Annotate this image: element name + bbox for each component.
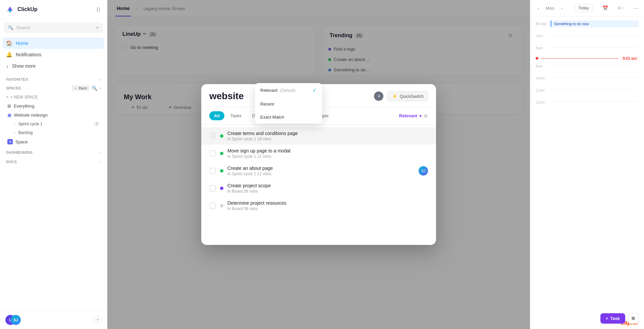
logo-area[interactable]: ClickUp xyxy=(5,5,38,14)
result-item-4[interactable]: Create project scope In Board 58 mins xyxy=(201,180,436,197)
sort-relevant-label: Relevant (Default) xyxy=(260,88,296,93)
cal-next-button[interactable]: › xyxy=(559,5,565,12)
task-icon-4 xyxy=(210,185,216,191)
sidebar-header: ClickUp ⟨⟩ xyxy=(0,0,107,19)
modal-close-button[interactable]: × xyxy=(374,91,383,101)
favorites-expand-icon[interactable]: › xyxy=(99,77,101,82)
sort-recent-label: Recent xyxy=(260,102,274,107)
event-something-to-do[interactable]: Something to do now xyxy=(550,20,639,27)
result-item-5[interactable]: Determine project resources In Board 58 … xyxy=(201,197,436,214)
spaces-expand-icon[interactable]: › xyxy=(99,85,101,91)
favorites-section-label: FAVORITES › xyxy=(0,73,107,83)
sort-option-recent[interactable]: Recent xyxy=(255,97,322,111)
calendar-header: ‹ Mon › Today 📅 0 ○ ⋯ xyxy=(530,0,644,16)
dashboards-section-label: DASHBOARDS › xyxy=(0,146,107,156)
result-title-1: Create terms and conditions page xyxy=(227,131,428,136)
sort-option-exact[interactable]: Exact Match xyxy=(255,111,322,124)
sidebar-item-notifications-label: Notifications xyxy=(16,52,41,57)
time-7am: 7am xyxy=(536,34,548,38)
result-item-1[interactable]: Create terms and conditions page In Spri… xyxy=(201,127,436,145)
back-button[interactable]: ← Back xyxy=(71,85,90,91)
sidebar-item-everything[interactable]: ⊞ Everything xyxy=(1,102,106,111)
cal-zero-badge: ○ xyxy=(621,6,623,10)
bell-icon: 🔔 xyxy=(6,52,12,58)
filter-tab-tasks[interactable]: Tasks xyxy=(226,111,246,120)
avatar-stack: U SJ xyxy=(5,315,20,325)
sort-area[interactable]: Relevant ▾ ⚙ xyxy=(399,113,428,119)
modal-overlay[interactable]: website × ⚡ QuickSwitch All Tasks Docs xyxy=(107,0,530,329)
main-content: Home ‹ Legacy Home Screen LineUp™ (1) Go… xyxy=(107,0,530,329)
result-title-2: Move sign up page to a modal xyxy=(227,148,428,153)
result-item-3[interactable]: Create an about page In Sprint cycle 1 1… xyxy=(201,162,436,180)
help-button[interactable]: ? xyxy=(94,316,102,324)
time-line-11am xyxy=(550,89,639,90)
list-icon: ▣ xyxy=(7,113,11,118)
time-line-9am xyxy=(550,65,639,66)
filter-tab-all[interactable]: All xyxy=(209,111,224,120)
result-icon-2 xyxy=(209,150,216,157)
today-button[interactable]: Today xyxy=(574,4,592,12)
quickswitch-button[interactable]: ⚡ QuickSwitch xyxy=(387,91,428,101)
result-info-2: Move sign up page to a modal In Sprint c… xyxy=(227,148,428,159)
sidebar-bottom: U SJ ? xyxy=(0,311,107,329)
result-sub-3: In Sprint cycle 1 11 mins xyxy=(227,172,415,176)
time-dot xyxy=(536,57,538,60)
sidebar-nav: 🏠 Home 🔔 Notifications ↓ Show more xyxy=(0,36,107,73)
all-day-events: Something to do now xyxy=(550,20,639,27)
task-icon-1 xyxy=(210,133,216,139)
sidebar-item-space[interactable]: S Space xyxy=(1,137,106,146)
status-dot-4 xyxy=(220,187,223,190)
chevron-down-icon: ↓ xyxy=(6,63,9,69)
plus-task-icon: + xyxy=(606,316,608,321)
spaces-actions: ← Back 🔍 › xyxy=(71,85,101,91)
grid-view-button[interactable]: ⊞ xyxy=(628,313,639,324)
lightning-icon: ⚡ xyxy=(392,93,397,99)
all-day-slot: All day Something to do now xyxy=(530,19,644,31)
modal-results: Create terms and conditions page In Spri… xyxy=(201,125,436,245)
sprint-icon: ○ xyxy=(13,122,16,126)
ai-search-icon: ✦ xyxy=(96,25,99,30)
cal-prev-button[interactable]: ‹ xyxy=(536,5,541,12)
collapse-sidebar-button[interactable]: ⟨⟩ xyxy=(95,5,102,14)
sidebar-item-home[interactable]: 🏠 Home xyxy=(3,38,104,49)
sidebar-item-notifications[interactable]: 🔔 Notifications xyxy=(3,49,104,60)
search-spaces-icon[interactable]: 🔍 xyxy=(92,85,97,91)
cal-count: 0 ○ xyxy=(618,6,624,10)
calendar-icon[interactable]: 📅 xyxy=(602,5,608,11)
result-avatar-3: SJ xyxy=(419,166,428,176)
status-dot-2 xyxy=(220,152,223,155)
sort-label: Relevant xyxy=(399,113,417,118)
result-title-5: Determine project resources xyxy=(227,200,428,206)
cal-month-label[interactable]: Mon xyxy=(544,5,556,12)
search-bar[interactable]: 🔍 Search ✦ xyxy=(4,22,103,33)
time-indicator-line xyxy=(540,58,619,59)
gear-icon[interactable]: ⚙ xyxy=(424,113,428,119)
docs-expand-icon[interactable]: › xyxy=(100,160,101,164)
sidebar-item-website-redesign[interactable]: ▣ Website redesign xyxy=(1,111,106,120)
result-item-2[interactable]: Move sign up page to a modal In Sprint c… xyxy=(201,145,436,162)
clickup-logo-icon xyxy=(5,5,15,14)
time-8am: 8am xyxy=(536,46,548,50)
sidebar-item-show-more[interactable]: ↓ Show more xyxy=(3,60,104,71)
spaces-header: SPACES ← Back 🔍 › xyxy=(0,83,107,93)
add-task-button[interactable]: + Task xyxy=(600,313,625,324)
dashboards-expand-icon[interactable]: › xyxy=(100,150,101,154)
sidebar-item-backlog[interactable]: ○ Backlog xyxy=(1,128,106,137)
result-info-5: Determine project resources In Board 58 … xyxy=(227,200,428,211)
time-line-10am xyxy=(550,77,639,78)
time-line-8am xyxy=(550,47,639,48)
sort-option-relevant[interactable]: Relevant (Default) ✓ xyxy=(255,83,322,97)
new-space-button[interactable]: + + NEW SPACE xyxy=(0,93,107,102)
back-arrow-icon: ← xyxy=(74,86,78,90)
cal-more-button[interactable]: ⋯ xyxy=(633,5,639,11)
slot-12pm: 12pm xyxy=(530,97,644,110)
bottom-actions: + Task ⊞ xyxy=(600,313,639,324)
status-dot-1 xyxy=(220,134,223,138)
search-icon: 🔍 xyxy=(8,25,13,30)
sidebar-item-home-label: Home xyxy=(16,41,28,46)
spaces-label: SPACES xyxy=(6,86,21,90)
calendar-nav: ‹ Mon › xyxy=(536,5,565,12)
slot-8am: 8am xyxy=(530,43,644,55)
sidebar-item-sprint-cycle[interactable]: ○ Sprint cycle 1 7 xyxy=(1,120,106,128)
avatar-user2[interactable]: SJ xyxy=(11,315,21,325)
